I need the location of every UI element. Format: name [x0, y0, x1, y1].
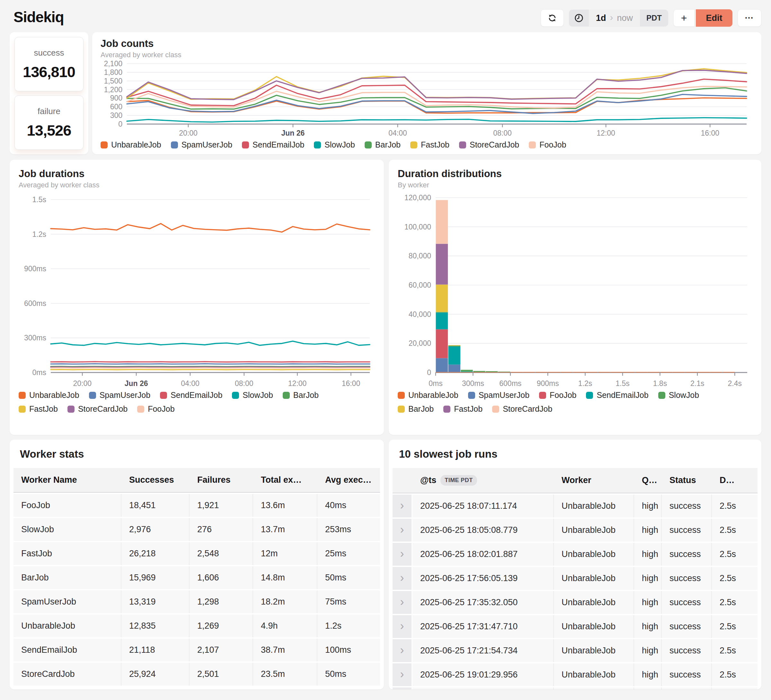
table-row[interactable]: ›2025-06-25 18:07:11.174UnbarableJobhigh…: [392, 493, 758, 518]
table-cell: 13.7m: [253, 518, 317, 541]
legend-item[interactable]: BarJob: [364, 140, 400, 150]
row-expand-chevron-icon[interactable]: ›: [400, 620, 404, 632]
timezone-badge: TIME PDT: [441, 475, 477, 486]
row-expand-chevron-icon[interactable]: ›: [400, 548, 404, 560]
column-header[interactable]: Avg exec…: [317, 468, 380, 492]
legend-item[interactable]: SpamUserJob: [171, 140, 232, 150]
legend-item[interactable]: FastJob: [410, 140, 449, 150]
table-row[interactable]: ›2025-06-25 18:45:40.006UnbarableJobhigh…: [392, 686, 758, 689]
table-cell: success: [662, 639, 712, 662]
table-cell: 14.8m: [253, 566, 317, 589]
time-range-picker[interactable]: 1d › now PDT: [569, 10, 668, 26]
table-cell: 1,921: [190, 494, 253, 517]
table-row[interactable]: UnbarableJob12,8351,2694.9h1.2s: [13, 613, 380, 637]
legend-item[interactable]: BarJob: [283, 391, 319, 400]
legend-item[interactable]: SendEmailJob: [586, 391, 648, 400]
legend-item[interactable]: SendEmailJob: [160, 391, 222, 400]
column-header[interactable]: Failures: [190, 468, 253, 492]
worker-stats-header: Worker Name Successes Failures Total ex……: [13, 468, 380, 493]
legend-item[interactable]: StoreCardJob: [67, 404, 127, 413]
row-expand-chevron-icon[interactable]: ›: [400, 500, 404, 511]
legend-item[interactable]: FooJob: [539, 391, 576, 400]
table-row[interactable]: ›2025-06-25 19:01:29.956UnbarableJobhigh…: [392, 662, 758, 686]
add-panel-button[interactable]: +: [673, 9, 695, 27]
table-row[interactable]: ›2025-06-25 17:56:05.139UnbarableJobhigh…: [392, 566, 758, 590]
svg-text:1.8s: 1.8s: [653, 379, 667, 387]
column-header[interactable]: Status: [662, 468, 712, 493]
table-cell: BarJob: [13, 566, 122, 589]
table-row[interactable]: ›2025-06-25 18:02:01.887UnbarableJobhigh…: [392, 542, 758, 566]
column-header[interactable]: Successes: [122, 468, 190, 492]
legend-item[interactable]: SpamUserJob: [468, 391, 529, 400]
table-row[interactable]: ›2025-06-25 17:31:47.710UnbarableJobhigh…: [392, 614, 758, 638]
worker-stats-body: FooJob18,4511,92113.6m40msSlowJob2,97627…: [13, 493, 380, 685]
time-range-value[interactable]: 1d › now: [589, 10, 640, 26]
table-cell: 2.5s: [712, 519, 758, 542]
row-expand-chevron-icon[interactable]: ›: [400, 645, 404, 656]
job-counts-chart[interactable]: 03006009001,2001,5001,8002,10020:00Jun 2…: [101, 59, 752, 138]
legend-item[interactable]: FastJob: [19, 404, 58, 413]
legend-item[interactable]: FooJob: [137, 404, 174, 413]
svg-text:16:00: 16:00: [701, 129, 719, 137]
table-cell: 25,924: [122, 663, 190, 685]
table-row[interactable]: FastJob26,2182,54812m25ms: [13, 541, 380, 565]
edit-button[interactable]: Edit: [696, 9, 732, 27]
column-header[interactable]: Worker: [554, 468, 634, 493]
column-header[interactable]: @ts TIME PDT: [413, 468, 554, 493]
row-expand-chevron-icon[interactable]: ›: [400, 669, 404, 680]
legend-item[interactable]: UnbarableJob: [398, 391, 459, 400]
legend-item[interactable]: UnbarableJob: [101, 140, 161, 150]
table-cell: success: [662, 543, 712, 566]
table-row[interactable]: SendEmailJob21,1182,10738.7m100ms: [13, 637, 380, 661]
table-cell: 15,969: [122, 566, 190, 589]
column-header[interactable]: Worker Name: [13, 468, 122, 492]
legend-item[interactable]: SlowJob: [658, 391, 699, 400]
column-header[interactable]: Total ex…: [253, 468, 317, 492]
toolbar: 1d › now PDT + Edit •••: [541, 10, 761, 26]
column-header[interactable]: D…: [712, 468, 758, 493]
table-cell: success: [662, 495, 712, 518]
row-expand-chevron-icon[interactable]: ›: [400, 596, 404, 608]
table-row[interactable]: ›2025-06-25 17:35:32.050UnbarableJobhigh…: [392, 590, 758, 614]
legend-item[interactable]: UnbarableJob: [19, 391, 79, 400]
legend-item[interactable]: FooJob: [529, 140, 566, 150]
timezone-button[interactable]: PDT: [640, 10, 668, 26]
legend-label: FooJob: [148, 404, 174, 413]
legend-item[interactable]: SlowJob: [314, 140, 355, 150]
table-cell: UnbarableJob: [554, 591, 634, 614]
table-row[interactable]: BarJob15,9691,60614.8m50ms: [13, 565, 380, 589]
refresh-button[interactable]: [541, 9, 564, 27]
legend-item[interactable]: SendEmailJob: [242, 140, 304, 150]
table-row[interactable]: ›2025-06-25 17:21:54.734UnbarableJobhigh…: [392, 638, 758, 662]
row-expand-chevron-icon[interactable]: ›: [400, 524, 404, 536]
table-cell: high: [634, 687, 662, 689]
legend-item[interactable]: BarJob: [398, 404, 434, 413]
svg-text:120,000: 120,000: [405, 194, 431, 202]
table-cell: high: [634, 543, 662, 566]
table-row[interactable]: SpamUserJob13,3191,29818.2m75ms: [13, 589, 380, 613]
legend-item[interactable]: SpamUserJob: [89, 391, 150, 400]
row-expand-chevron-icon[interactable]: ›: [400, 572, 404, 584]
svg-text:1.5s: 1.5s: [615, 379, 629, 387]
legend-item[interactable]: FastJob: [443, 404, 483, 413]
legend-item[interactable]: SlowJob: [232, 391, 273, 400]
more-menu-button[interactable]: •••: [738, 9, 761, 27]
table-row[interactable]: StoreCardJob25,9242,50123.5m50ms: [13, 661, 380, 685]
legend-item[interactable]: StoreCardJob: [459, 140, 519, 150]
job-durations-chart[interactable]: 0ms300ms600ms900ms1.2s1.5s20:00Jun 2604:…: [19, 192, 375, 389]
table-row[interactable]: ›2025-06-25 18:05:08.779UnbarableJobhigh…: [392, 518, 758, 542]
table-cell: 2025-06-25 19:01:29.956: [413, 663, 554, 686]
legend-label: SendEmailJob: [252, 140, 304, 150]
legend-swatch-icon: [492, 405, 499, 413]
duration-distributions-chart[interactable]: 020,00040,00060,00080,000100,000120,0000…: [398, 192, 752, 389]
svg-text:0ms: 0ms: [33, 368, 46, 377]
table-cell: 4.9h: [253, 615, 317, 637]
table-cell: StoreCardJob: [13, 663, 122, 685]
table-row[interactable]: FooJob18,4511,92113.6m40ms: [13, 493, 380, 517]
table-row[interactable]: SlowJob2,97627613.7m253ms: [13, 517, 380, 541]
svg-text:0ms: 0ms: [429, 379, 442, 387]
legend-item[interactable]: StoreCardJob: [492, 404, 552, 413]
svg-text:12:00: 12:00: [597, 129, 615, 137]
table-cell: UnbarableJob: [554, 567, 634, 590]
column-header[interactable]: Q…: [634, 468, 662, 493]
